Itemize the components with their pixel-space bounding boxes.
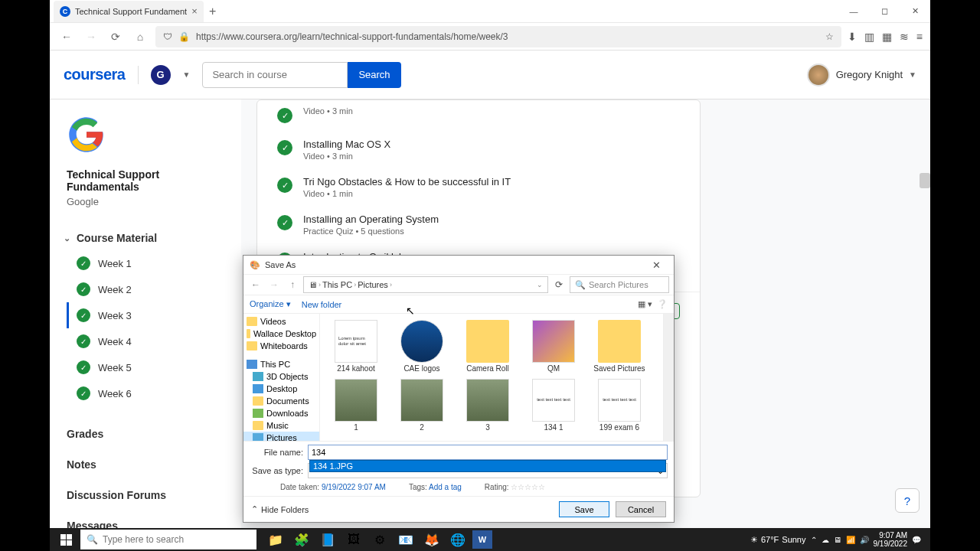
- organize-button[interactable]: Organize ▾: [250, 299, 291, 309]
- back-button[interactable]: ←: [57, 28, 76, 46]
- tree-item[interactable]: Downloads: [243, 407, 319, 419]
- star-icon[interactable]: ☆: [825, 31, 834, 42]
- forward-button[interactable]: →: [266, 279, 282, 290]
- save-button[interactable]: Save: [559, 501, 609, 517]
- start-button[interactable]: [53, 529, 79, 550]
- search-input[interactable]: [202, 62, 348, 88]
- rss-icon[interactable]: ≋: [900, 31, 909, 43]
- tab-close-icon[interactable]: ×: [191, 5, 198, 17]
- lesson-item[interactable]: ✓ Installing Mac OS XVideo • 3 min: [257, 131, 700, 168]
- dialog-search-input[interactable]: 🔍 Search Pictures: [570, 276, 669, 293]
- taskbar-search[interactable]: 🔍 Type here to search: [80, 530, 256, 549]
- help-icon[interactable]: ❔: [657, 299, 668, 309]
- tree-item[interactable]: Whiteboards: [243, 340, 319, 352]
- weather-widget[interactable]: ☀ 67°F Sunny: [750, 535, 806, 545]
- file-item[interactable]: text text text text134 1: [522, 377, 585, 433]
- lesson-item[interactable]: ✓ Video • 3 min: [257, 106, 700, 131]
- rating-stars[interactable]: ☆☆☆☆☆: [511, 483, 545, 491]
- file-item[interactable]: Saved Pictures: [588, 318, 651, 374]
- chevron-down-icon[interactable]: ▼: [183, 70, 191, 79]
- user-avatar[interactable]: [807, 64, 830, 86]
- volume-icon[interactable]: 🔊: [860, 536, 869, 544]
- nav-grades[interactable]: Grades: [59, 419, 232, 449]
- close-window-button[interactable]: ✕: [900, 0, 930, 23]
- tree-item[interactable]: Desktop: [243, 383, 319, 395]
- nav-notes[interactable]: Notes: [59, 449, 232, 480]
- search-button[interactable]: Search: [348, 62, 400, 88]
- file-item[interactable]: text text text text199 exam 6: [588, 377, 651, 433]
- back-button[interactable]: ←: [248, 279, 263, 290]
- hide-folders-button[interactable]: ⌃Hide Folders: [251, 504, 309, 514]
- sidebar-item-week6[interactable]: ✓Week 6: [67, 380, 232, 406]
- reload-button[interactable]: ⟳: [106, 28, 125, 46]
- org-avatar[interactable]: G: [151, 65, 171, 85]
- file-item[interactable]: Lorem ipsum dolor sit amet214 kahoot: [325, 318, 387, 374]
- menu-icon[interactable]: ≡: [916, 31, 923, 43]
- up-button[interactable]: ↑: [285, 279, 300, 290]
- browser-tab[interactable]: C Technical Support Fundament ×: [54, 1, 204, 22]
- chevron-down-icon[interactable]: ⌄: [537, 281, 543, 289]
- file-item[interactable]: QM: [522, 318, 585, 374]
- notification-icon[interactable]: 💬: [912, 536, 921, 544]
- tags-link[interactable]: Add a tag: [429, 483, 462, 491]
- url-input[interactable]: 🛡 🔒 https://www.coursera.org/learn/techn…: [155, 26, 841, 47]
- path-breadcrumb[interactable]: 🖥 › This PC › Pictures › ⌄: [303, 276, 548, 293]
- maximize-button[interactable]: ◻: [869, 0, 900, 23]
- refresh-button[interactable]: ⟳: [551, 279, 567, 290]
- library-icon[interactable]: ▥: [864, 31, 874, 43]
- home-button[interactable]: ⌂: [131, 28, 149, 46]
- app-icon[interactable]: 📘: [315, 529, 341, 550]
- new-folder-button[interactable]: New folder: [302, 300, 342, 309]
- sidebar-item-week2[interactable]: ✓Week 2: [67, 276, 232, 302]
- coursera-logo[interactable]: coursera: [64, 66, 126, 83]
- extension-icon[interactable]: ▦: [882, 31, 892, 43]
- file-item[interactable]: Camera Roll: [456, 318, 519, 374]
- tray-icon[interactable]: ☁: [822, 536, 829, 544]
- scrollbar[interactable]: [663, 314, 674, 441]
- firefox-icon[interactable]: 🦊: [419, 529, 445, 550]
- minimize-button[interactable]: —: [838, 0, 869, 23]
- tree-item[interactable]: Wallace Desktop: [243, 328, 319, 340]
- new-tab-button[interactable]: +: [204, 5, 222, 18]
- help-button[interactable]: ?: [895, 488, 920, 513]
- sidebar-item-week3[interactable]: ✓Week 3: [67, 302, 232, 328]
- forward-button[interactable]: →: [82, 28, 100, 46]
- file-item[interactable]: 1: [325, 377, 387, 433]
- nav-forums[interactable]: Discussion Forums: [59, 480, 232, 510]
- sidebar-item-week1[interactable]: ✓Week 1: [67, 250, 232, 276]
- tree-item[interactable]: 3D Objects: [243, 370, 319, 383]
- user-chevron-down-icon[interactable]: ▼: [909, 70, 916, 79]
- file-item[interactable]: CAE logos: [390, 318, 453, 374]
- app-icon[interactable]: ⚙: [367, 529, 393, 550]
- outlook-icon[interactable]: 📧: [393, 529, 419, 550]
- file-item[interactable]: 2: [390, 377, 453, 433]
- tree-item[interactable]: Documents: [243, 395, 319, 407]
- tree-item[interactable]: Videos: [243, 315, 319, 328]
- wifi-icon[interactable]: 📶: [846, 536, 855, 544]
- lesson-item[interactable]: ✓ Installing an Operating SystemPractice…: [257, 206, 700, 243]
- date-value[interactable]: 9/19/2022 9:07 AM: [322, 483, 386, 491]
- autocomplete-suggestion[interactable]: 134 1.JPG: [309, 460, 666, 472]
- tree-item-pictures[interactable]: Pictures: [243, 432, 319, 441]
- sidebar-item-week5[interactable]: ✓Week 5: [67, 354, 232, 380]
- tray-icon[interactable]: 🖥: [834, 536, 841, 544]
- file-grid[interactable]: Lorem ipsum dolor sit amet214 kahoot CAE…: [320, 314, 663, 441]
- app-icon[interactable]: 🧩: [289, 529, 315, 550]
- filename-input[interactable]: [308, 445, 668, 460]
- folder-tree[interactable]: Videos Wallace Desktop Whiteboards This …: [243, 314, 320, 441]
- tree-item[interactable]: This PC: [243, 358, 319, 370]
- word-icon[interactable]: W: [472, 530, 492, 549]
- app-icon[interactable]: 🖼: [341, 529, 367, 550]
- clock[interactable]: 9:07 AM 9/19/2022: [874, 531, 908, 548]
- pocket-icon[interactable]: ⬇: [848, 31, 857, 43]
- explorer-icon[interactable]: 📁: [263, 529, 289, 550]
- course-material-header[interactable]: ⌄ Course Material: [59, 226, 232, 250]
- sidebar-item-week4[interactable]: ✓Week 4: [67, 328, 232, 354]
- cancel-button[interactable]: Cancel: [616, 501, 666, 517]
- view-button[interactable]: ▦ ▾: [638, 299, 652, 309]
- tree-item[interactable]: Music: [243, 419, 319, 432]
- lesson-item[interactable]: ✓ Tri Ngo Obstacles & How to be successf…: [257, 168, 700, 206]
- tray-chevron-up-icon[interactable]: ⌃: [811, 536, 817, 544]
- chrome-icon[interactable]: 🌐: [445, 529, 471, 550]
- close-icon[interactable]: ✕: [645, 259, 668, 271]
